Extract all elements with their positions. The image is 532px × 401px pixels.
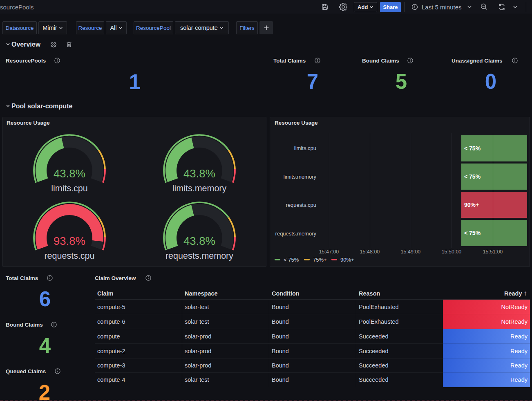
svg-text:43.8%: 43.8% (54, 167, 85, 180)
svg-text:43.8%: 43.8% (183, 235, 215, 247)
svg-text:93.8%: 93.8% (54, 235, 85, 247)
svg-text:43.8%: 43.8% (183, 167, 215, 180)
